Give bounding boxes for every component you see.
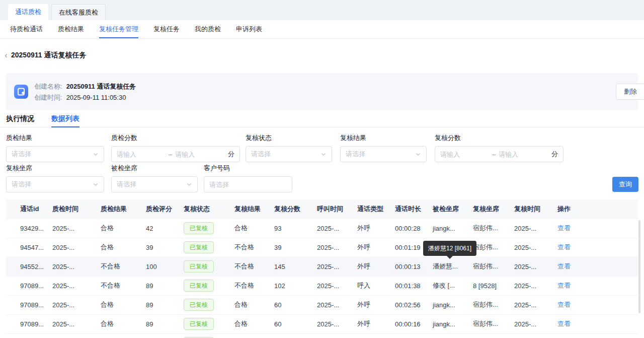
col-inspected-agent: 被检坐席 — [425, 199, 465, 219]
status-badge: 已复核 — [184, 299, 214, 311]
table-header-row: 通话id 质检时间 质检结果 质检评分 复核状态 复核结果 复核分数 呼叫时间 … — [6, 199, 638, 219]
table-row[interactable]: 97089... 2025-... 合格 89 已复核 合格 60 2025-.… — [6, 295, 638, 314]
task-time-label: 创建时间: — [34, 94, 62, 101]
top-tab-online-service-qc[interactable]: 在线客服质检 — [51, 4, 106, 20]
table-row[interactable]: 94547... 2025-... 合格 39 已复核 不合格 39 2025-… — [6, 238, 638, 257]
col-review-result: 复核结果 — [226, 199, 266, 219]
agent-name-tooltip: 潘娇慧12 [8061] — [423, 241, 476, 256]
nav-tab-review-task-management[interactable]: 复核任务管理 — [99, 20, 138, 38]
chevron-down-icon — [93, 181, 99, 187]
task-info: 创建名称: 20250911 通话复核任务 创建时间: 2025-09-11 1… — [34, 83, 136, 101]
col-call-id: 通话id — [6, 199, 44, 219]
col-review-status: 复核状态 — [176, 199, 226, 219]
col-review-time: 复核时间 — [506, 199, 549, 219]
qc-result-label: 质检结果 — [6, 134, 104, 142]
status-badge: 已复核 — [184, 260, 214, 273]
filter-panel: 质检结果 请选择 质检分数 – 分 复核状态 请选择 — [0, 134, 644, 192]
score-unit-label: 分 — [224, 150, 234, 159]
task-icon — [14, 85, 28, 99]
nav-tab-appeal-list[interactable]: 申诉列表 — [236, 20, 262, 38]
customer-number-field — [204, 176, 292, 192]
view-link[interactable]: 查看 — [557, 301, 571, 308]
inspected-agent-select[interactable]: 请选择 — [111, 176, 198, 192]
qc-score-label: 质检分数 — [111, 134, 240, 142]
status-badge: 已复核 — [184, 222, 214, 234]
review-score-label: 复核分数 — [435, 134, 564, 142]
customer-number-input[interactable] — [209, 181, 287, 188]
status-badge: 已复核 — [184, 280, 214, 292]
review-score-min-input[interactable] — [440, 151, 489, 158]
table-row-hovered[interactable]: 94552... 2025-... 不合格 100 已复核 不合格 145 20… — [6, 257, 638, 276]
status-badge: 已复核 — [184, 241, 214, 253]
review-agent-label: 复核坐席 — [6, 164, 104, 172]
nav-tab-pending-calls[interactable]: 待质检通话 — [10, 20, 43, 38]
breadcrumb: ‹ 20250911 通话复核任务 — [0, 51, 644, 60]
review-status-label: 复核状态 — [246, 134, 332, 142]
score-unit-label: 分 — [547, 150, 558, 159]
qc-score-max-input[interactable] — [175, 151, 224, 158]
col-qc-result: 质检结果 — [93, 199, 138, 219]
task-summary-card: 创建名称: 20250911 通话复核任务 创建时间: 2025-09-11 1… — [6, 73, 638, 110]
col-duration: 通话时长 — [387, 199, 425, 219]
nav-tab-my-qc[interactable]: 我的质检 — [195, 20, 221, 38]
table-row[interactable]: 97089... 2025-... 不合格 89 已复核 不合格 102 202… — [6, 276, 638, 295]
chevron-down-icon — [93, 151, 99, 157]
tab-execution-status[interactable]: 执行情况 — [6, 114, 34, 127]
app: 通话质检 在线客服质检 待质检通话 质检结果 复核任务管理 复核任务 我的质检 … — [0, 0, 644, 338]
chevron-down-icon — [186, 181, 192, 187]
col-actions: 操作 — [549, 199, 638, 219]
qc-score-min-input[interactable] — [117, 151, 166, 158]
review-status-select[interactable]: 请选择 — [246, 146, 332, 162]
review-data-table: 通话id 质检时间 质检结果 质检评分 复核状态 复核结果 复核分数 呼叫时间 … — [6, 199, 638, 338]
task-name-value: 20250911 通话复核任务 — [66, 83, 136, 90]
review-result-label: 复核结果 — [340, 134, 427, 142]
table-scrollbar-thumb[interactable] — [638, 220, 640, 313]
range-separator: – — [489, 151, 499, 158]
page-title: 20250911 通话复核任务 — [11, 51, 86, 60]
customer-number-label: 客户号码 — [204, 164, 292, 172]
view-link[interactable]: 查看 — [557, 224, 571, 232]
col-qc-time: 质检时间 — [44, 199, 93, 219]
delete-button[interactable]: 删除 — [616, 84, 644, 100]
qc-score-range: – 分 — [111, 146, 240, 162]
view-link[interactable]: 查看 — [557, 262, 571, 270]
status-badge: 已复核 — [184, 318, 214, 330]
col-call-time: 呼叫时间 — [309, 199, 349, 219]
col-review-agent: 复核坐席 — [465, 199, 506, 219]
col-review-score: 复核分数 — [266, 199, 309, 219]
detail-tabs: 执行情况 数据列表 — [0, 114, 644, 127]
table-row-partial[interactable]: 已复核 — [6, 333, 638, 338]
col-qc-score: 质检评分 — [138, 199, 176, 219]
range-separator: – — [166, 151, 175, 158]
review-score-max-input[interactable] — [499, 151, 547, 158]
view-link[interactable]: 查看 — [557, 243, 571, 251]
qc-result-select[interactable]: 请选择 — [6, 146, 104, 162]
search-button[interactable]: 查询 — [612, 177, 638, 192]
chevron-down-icon — [320, 151, 327, 157]
task-time-value: 2025-09-11 11:05:30 — [66, 94, 126, 101]
product-tabbar: 通话质检 在线客服质检 — [0, 0, 644, 20]
review-agent-select[interactable]: 请选择 — [6, 176, 104, 192]
col-call-type: 通话类型 — [349, 199, 387, 219]
review-score-range: – 分 — [435, 146, 564, 162]
table-row[interactable]: 97089... 2025-... 合格 89 已复核 合格 60 2025-.… — [6, 314, 638, 333]
table-row[interactable]: 93429... 2025-... 合格 42 已复核 合格 93 2025-.… — [6, 219, 638, 238]
module-nav: 待质检通话 质检结果 复核任务管理 复核任务 我的质检 申诉列表 — [0, 20, 644, 39]
view-link[interactable]: 查看 — [557, 282, 571, 289]
nav-tab-review-tasks[interactable]: 复核任务 — [153, 20, 180, 38]
task-name-label: 创建名称: — [34, 83, 62, 90]
tab-data-list[interactable]: 数据列表 — [51, 114, 79, 127]
nav-tab-qc-results[interactable]: 质检结果 — [58, 20, 84, 38]
review-result-select[interactable]: 请选择 — [340, 146, 427, 162]
inspected-agent-label: 被检坐席 — [111, 164, 198, 172]
chevron-down-icon — [415, 151, 421, 157]
top-tab-call-qc[interactable]: 通话质检 — [8, 4, 48, 20]
back-icon[interactable]: ‹ — [2, 51, 10, 59]
view-link[interactable]: 查看 — [557, 320, 571, 327]
